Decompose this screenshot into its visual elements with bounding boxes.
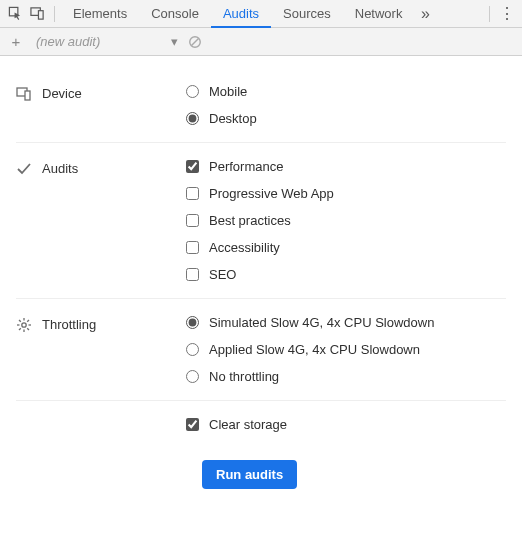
- chevron-down-icon: ▾: [171, 34, 178, 49]
- device-option-mobile[interactable]: Mobile: [186, 84, 506, 99]
- throttling-option-simulated[interactable]: Simulated Slow 4G, 4x CPU Slowdown: [186, 315, 506, 330]
- audit-option-best-practices[interactable]: Best practices: [186, 213, 506, 228]
- tab-sources[interactable]: Sources: [271, 0, 343, 28]
- inspect-element-icon[interactable]: [4, 3, 26, 25]
- gear-icon: [16, 317, 32, 333]
- section-device: Device Mobile Desktop: [16, 68, 506, 143]
- svg-rect-2: [38, 11, 43, 19]
- more-tabs-icon[interactable]: »: [414, 3, 436, 25]
- audit-option-performance[interactable]: Performance: [186, 159, 506, 174]
- svg-line-12: [19, 320, 21, 322]
- audit-option-accessibility[interactable]: Accessibility: [186, 240, 506, 255]
- device-toggle-icon[interactable]: [26, 3, 48, 25]
- svg-point-7: [22, 323, 26, 327]
- device-option-desktop[interactable]: Desktop: [186, 111, 506, 126]
- svg-line-15: [27, 320, 29, 322]
- devtools-topbar: Elements Console Audits Sources Network …: [0, 0, 522, 28]
- check-icon: [16, 161, 32, 177]
- audit-select[interactable]: (new audit) ▾: [32, 34, 182, 49]
- audit-option-pwa[interactable]: Progressive Web App: [186, 186, 506, 201]
- tab-network[interactable]: Network: [343, 0, 415, 28]
- tab-elements[interactable]: Elements: [61, 0, 139, 28]
- svg-rect-6: [25, 91, 30, 100]
- run-audits-button[interactable]: Run audits: [202, 460, 297, 489]
- divider: [54, 6, 55, 22]
- section-label: Device: [42, 86, 82, 101]
- new-audit-button[interactable]: +: [6, 33, 26, 50]
- section-label: Throttling: [42, 317, 96, 332]
- section-throttling: Throttling Simulated Slow 4G, 4x CPU Slo…: [16, 299, 506, 401]
- svg-line-4: [192, 38, 199, 45]
- audits-panel: Device Mobile Desktop Audits Performance…: [0, 56, 522, 509]
- kebab-menu-icon[interactable]: ⋮: [496, 3, 518, 25]
- panel-tabs: Elements Console Audits Sources Network …: [61, 0, 483, 28]
- section-label: Audits: [42, 161, 78, 176]
- audit-select-placeholder: (new audit): [36, 34, 100, 49]
- section-clear-storage: Clear storage: [16, 401, 506, 448]
- svg-line-14: [19, 328, 21, 330]
- clear-storage-option[interactable]: Clear storage: [186, 417, 506, 432]
- divider: [489, 6, 490, 22]
- section-audits: Audits Performance Progressive Web App B…: [16, 143, 506, 299]
- throttling-option-none[interactable]: No throttling: [186, 369, 506, 384]
- svg-line-13: [27, 328, 29, 330]
- throttling-option-applied[interactable]: Applied Slow 4G, 4x CPU Slowdown: [186, 342, 506, 357]
- device-icon: [16, 86, 32, 102]
- clear-icon[interactable]: [188, 35, 202, 49]
- tab-console[interactable]: Console: [139, 0, 211, 28]
- audit-option-seo[interactable]: SEO: [186, 267, 506, 282]
- audits-toolbar: + (new audit) ▾: [0, 28, 522, 56]
- tab-audits[interactable]: Audits: [211, 0, 271, 28]
